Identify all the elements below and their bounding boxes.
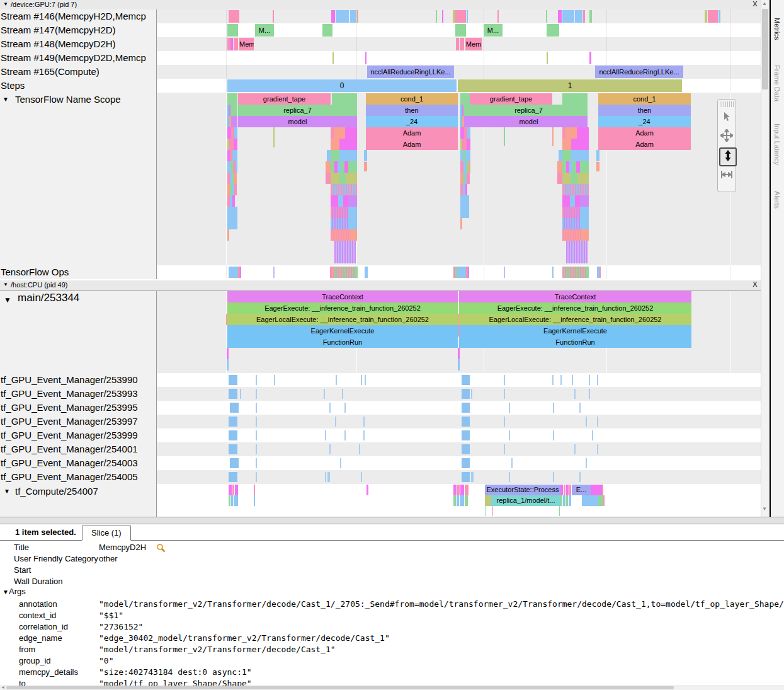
event-slice[interactable]	[363, 430, 365, 440]
event-slice[interactable]	[256, 375, 257, 385]
event-slice[interactable]	[230, 458, 239, 468]
event-slice[interactable]	[340, 458, 341, 468]
trace-bar[interactable]	[560, 485, 563, 495]
trace-bar[interactable]	[350, 10, 356, 23]
trace-bar[interactable]	[457, 267, 466, 278]
trace-bar[interactable]	[229, 495, 230, 506]
vertical-zoom-tool-button[interactable]	[719, 147, 737, 166]
trace-bar[interactable]	[599, 267, 601, 278]
event-slice[interactable]	[509, 472, 510, 482]
trace-bar[interactable]	[227, 24, 238, 37]
trace-bar[interactable]	[332, 93, 357, 105]
vertical-scrollbar-thumb[interactable]	[762, 9, 768, 89]
trace-bar[interactable]	[234, 139, 237, 150]
trace-bar[interactable]	[331, 195, 338, 207]
trace-bar[interactable]	[322, 24, 332, 37]
trace-bar[interactable]	[460, 93, 470, 105]
trace-bar[interactable]	[331, 229, 351, 241]
trace-bar[interactable]: Adam	[598, 139, 691, 150]
trace-bar[interactable]	[460, 485, 464, 495]
trace-bar[interactable]	[566, 252, 588, 263]
trace-bar[interactable]	[562, 267, 586, 278]
trace-bar[interactable]: model	[470, 116, 588, 127]
trace-bar[interactable]	[234, 173, 237, 184]
pan-tool-button[interactable]	[719, 129, 734, 145]
trace-bar[interactable]: Adam	[366, 139, 458, 150]
trace-bar[interactable]	[708, 10, 718, 23]
trace-bar[interactable]	[569, 485, 571, 495]
event-slice[interactable]	[256, 458, 257, 468]
trace-bar[interactable]	[346, 173, 357, 184]
trace-bar[interactable]	[485, 495, 491, 506]
trace-bar[interactable]	[442, 10, 443, 23]
trace-bar[interactable]	[504, 127, 505, 146]
trace-bar[interactable]	[229, 139, 234, 150]
event-slice[interactable]	[509, 403, 510, 413]
trace-bar[interactable]: EagerExecute: __inference_train_function…	[459, 302, 691, 314]
cpu-close-button[interactable]: X	[751, 280, 759, 288]
trace-bar[interactable]	[565, 127, 577, 139]
event-slice[interactable]	[574, 389, 576, 399]
trace-bar[interactable]	[232, 485, 234, 495]
event-slice[interactable]	[256, 417, 257, 427]
trace-bar[interactable]	[562, 93, 588, 105]
event-slice[interactable]	[552, 375, 554, 385]
trace-bar[interactable]	[504, 267, 505, 278]
trace-bar[interactable]	[453, 485, 457, 495]
event-slice[interactable]	[361, 472, 362, 482]
trace-bar[interactable]	[582, 495, 598, 506]
trace-bar[interactable]	[565, 495, 568, 506]
trace-bar[interactable]	[577, 173, 589, 184]
event-slice[interactable]	[462, 389, 470, 399]
event-slice[interactable]	[462, 430, 470, 440]
trace-bar[interactable]	[469, 161, 470, 173]
event-slice[interactable]	[363, 417, 365, 427]
trace-bar[interactable]	[603, 495, 605, 506]
event-slice[interactable]	[504, 417, 505, 427]
event-slice[interactable]	[462, 375, 470, 385]
trace-bar[interactable]	[547, 24, 559, 37]
trace-bar[interactable]	[331, 207, 348, 218]
event-slice[interactable]	[462, 458, 470, 468]
trace-bar[interactable]	[227, 218, 237, 229]
event-slice[interactable]	[462, 472, 470, 482]
event-slice[interactable]	[256, 444, 257, 454]
trace-bar[interactable]	[351, 229, 357, 241]
event-slice[interactable]	[229, 444, 237, 454]
trace-bar[interactable]	[331, 150, 339, 161]
trace-bar[interactable]	[569, 495, 571, 506]
collapse-icon[interactable]: ▼	[3, 282, 8, 287]
trace-bar[interactable]	[552, 267, 554, 278]
trace-bar[interactable]	[460, 38, 464, 50]
trace-bar[interactable]	[497, 10, 499, 23]
trace-bar[interactable]	[236, 161, 237, 173]
trace-bar[interactable]: replica_7	[470, 105, 588, 116]
trace-bar[interactable]	[460, 195, 469, 207]
trace-bar[interactable]	[562, 139, 571, 150]
trace-bar[interactable]	[467, 173, 470, 184]
trace-bar[interactable]	[467, 10, 468, 23]
trace-bar[interactable]	[562, 184, 589, 195]
event-slice[interactable]	[256, 430, 257, 440]
event-slice[interactable]	[572, 375, 573, 385]
trace-bar[interactable]	[458, 359, 460, 371]
palette-drag-handle[interactable]	[720, 101, 734, 107]
event-slice[interactable]	[597, 417, 598, 427]
event-slice[interactable]	[471, 472, 474, 482]
trace-bar[interactable]	[465, 495, 468, 506]
trace-bar[interactable]	[586, 267, 589, 278]
trace-bar[interactable]	[230, 105, 237, 116]
event-slice[interactable]	[229, 389, 237, 399]
trace-bar[interactable]	[338, 195, 343, 207]
trace-bar[interactable]	[465, 150, 470, 161]
trace-bar[interactable]	[345, 127, 357, 139]
trace-bar[interactable]	[571, 139, 589, 150]
trace-bar[interactable]	[560, 495, 562, 506]
trace-bar[interactable]: EagerLocalExecute: __inference_train_fun…	[227, 314, 458, 325]
trace-bar[interactable]	[547, 52, 548, 64]
trace-bar[interactable]	[364, 150, 367, 161]
event-slice[interactable]	[586, 417, 587, 427]
trace-bar[interactable]: E...	[572, 485, 591, 495]
trace-bar[interactable]	[583, 10, 585, 23]
event-slice[interactable]	[553, 430, 554, 440]
